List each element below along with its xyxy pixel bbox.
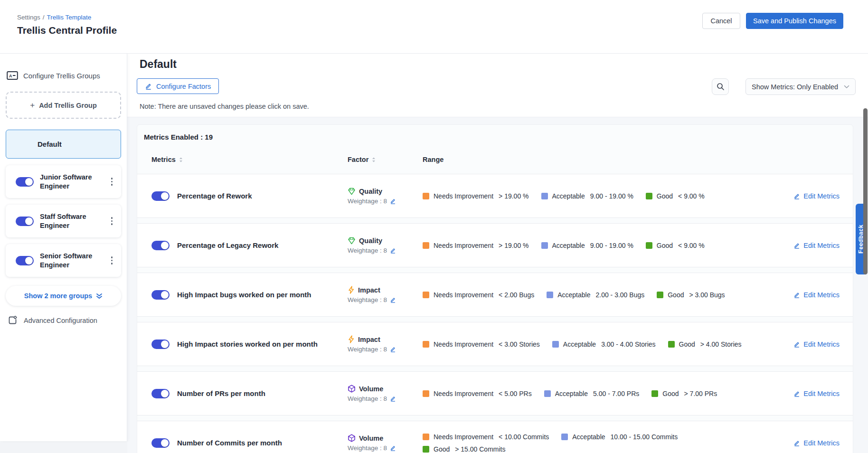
edit-pencil-icon (793, 242, 800, 249)
edit-metrics-link[interactable]: Edit Metrics (793, 192, 840, 200)
column-header-range-label: Range (423, 156, 443, 163)
column-header-metrics[interactable]: Metrics (151, 156, 348, 163)
edit-weightage-icon[interactable] (390, 445, 396, 451)
kebab-menu-icon[interactable] (109, 215, 115, 227)
edit-weightage-icon[interactable] (390, 198, 396, 204)
range-acceptable: Acceptable9.00 - 19.00 % (541, 192, 633, 200)
good-swatch (657, 292, 663, 298)
range-needs-improvement: Needs Improvement< 5.00 PRs (423, 390, 532, 397)
edit-metrics-link[interactable]: Edit Metrics (793, 439, 840, 447)
metric-toggle[interactable] (151, 290, 170, 300)
show-more-groups-label: Show 2 more groups (24, 292, 92, 300)
kebab-menu-icon[interactable] (109, 255, 115, 266)
breadcrumb-separator: / (43, 14, 45, 21)
acceptable-swatch (541, 242, 548, 249)
group-toggle[interactable] (16, 256, 34, 265)
weightage-label: Weightage : 8 (348, 346, 387, 353)
edit-weightage-icon[interactable] (390, 396, 396, 402)
edit-weightage-icon[interactable] (390, 247, 396, 254)
toggle-knob (161, 242, 169, 249)
edit-metrics-label: Edit Metrics (803, 192, 840, 200)
range-acceptable: Acceptable10.00 - 15.00 Commits (561, 433, 678, 441)
breadcrumb-settings: Settings (17, 14, 40, 21)
page-title: Trellis Central Profile (17, 25, 117, 36)
advanced-configuration-label: Advanced Configuration (24, 317, 97, 324)
quality-gem-icon (348, 237, 356, 245)
acceptable-swatch (552, 341, 559, 348)
metric-name: High Impact stories worked on per month (177, 340, 348, 348)
edit-metrics-link[interactable]: Edit Metrics (793, 390, 840, 397)
sidebar-item-junior-software-engineer[interactable]: Junior Software Engineer (6, 165, 121, 198)
metrics-rows: Percentage of Rework Quality Weightage :… (137, 174, 853, 453)
add-trellis-group-button[interactable]: + Add Trellis Group (6, 92, 121, 119)
good-swatch (651, 390, 658, 397)
metric-toggle[interactable] (151, 340, 170, 349)
header-actions: Cancel Save and Publish Changes (702, 13, 843, 29)
edit-metrics-link[interactable]: Edit Metrics (793, 291, 840, 299)
metric-toggle[interactable] (151, 191, 170, 201)
quality-gem-icon (348, 188, 356, 195)
advanced-configuration-button[interactable]: Advanced Configuration (6, 315, 121, 325)
edit-pencil-icon (793, 390, 800, 397)
range-acceptable: Acceptable9.00 - 19.00 % (541, 242, 633, 249)
group-name: Senior Software Engineer (40, 252, 101, 269)
weightage-label: Weightage : 8 (348, 247, 387, 254)
box-gear-icon (8, 315, 18, 325)
cancel-button[interactable]: Cancel (702, 13, 740, 29)
group-toggle[interactable] (16, 177, 34, 187)
range-cell: Needs Improvement> 19.00 % Acceptable9.0… (423, 192, 765, 200)
metric-toggle[interactable] (151, 389, 170, 398)
range-good: Good> 7.00 PRs (651, 390, 717, 397)
range-good: Good> 15.00 Commits (423, 445, 505, 453)
edit-weightage-icon[interactable] (390, 346, 396, 352)
breadcrumb: Settings/Trellis Template (17, 14, 91, 21)
metric-name: Percentage of Rework (177, 192, 348, 200)
main-toolbar: Default Configure Factors Note: There ar… (127, 54, 868, 117)
factor-name: Quality (359, 237, 382, 245)
metric-toggle[interactable] (151, 438, 170, 448)
factor-name: Volume (359, 385, 383, 393)
group-toggle[interactable] (16, 217, 34, 226)
column-header-factor[interactable]: Factor (348, 156, 423, 163)
edit-metrics-link[interactable]: Edit Metrics (793, 242, 840, 249)
show-metrics-dropdown[interactable]: Show Metrics: Only Enabled (745, 78, 856, 95)
needs-improvement-swatch (423, 390, 429, 397)
save-and-publish-button[interactable]: Save and Publish Changes (746, 13, 843, 29)
group-name: Staff Software Engineer (40, 212, 101, 229)
kebab-menu-icon[interactable] (109, 176, 115, 188)
edit-pencil-icon (793, 341, 800, 348)
edit-metrics-label: Edit Metrics (803, 439, 840, 447)
sort-icon (372, 157, 376, 162)
configure-factors-button[interactable]: Configure Factors (137, 78, 219, 94)
metric-name: High Impact bugs worked on per month (177, 291, 348, 299)
column-header-range: Range (423, 156, 443, 163)
edit-pencil-icon (793, 193, 800, 199)
double-chevron-down-icon (96, 293, 103, 299)
vertical-scrollbar-thumb[interactable] (863, 108, 868, 274)
sidebar-item-staff-software-engineer[interactable]: Staff Software Engineer (6, 205, 121, 237)
toggle-knob (25, 217, 33, 225)
metric-toggle[interactable] (151, 241, 170, 250)
sidebar-item-default[interactable]: Default (6, 130, 121, 159)
table-row: Percentage of Rework Quality Weightage :… (137, 174, 853, 218)
configure-factors-label: Configure Factors (156, 83, 211, 90)
breadcrumb-trellis-template-link[interactable]: Trellis Template (47, 14, 92, 21)
edit-weightage-icon[interactable] (390, 297, 396, 303)
show-more-groups-button[interactable]: Show 2 more groups (6, 286, 121, 306)
weightage-label: Weightage : 8 (348, 296, 387, 303)
search-button[interactable] (712, 78, 729, 95)
edit-metrics-link[interactable]: Edit Metrics (793, 340, 840, 348)
factor-cell: Impact Weightage : 8 (348, 335, 423, 353)
sidebar-item-senior-software-engineer[interactable]: Senior Software Engineer (6, 244, 121, 277)
edit-metrics-label: Edit Metrics (803, 291, 840, 299)
factor-cell: Quality Weightage : 8 (348, 188, 423, 205)
range-cell: Needs Improvement> 19.00 % Acceptable9.0… (423, 242, 765, 249)
edit-pencil-icon (145, 83, 152, 90)
needs-improvement-swatch (423, 193, 429, 199)
toggle-knob (161, 439, 169, 447)
range-cell: Needs Improvement< 5.00 PRs Acceptable5.… (423, 390, 765, 397)
range-acceptable: Acceptable5.00 - 7.00 PRs (544, 390, 640, 397)
impact-bolt-icon (348, 335, 355, 343)
acceptable-swatch (547, 292, 553, 298)
sort-icon (179, 157, 183, 162)
